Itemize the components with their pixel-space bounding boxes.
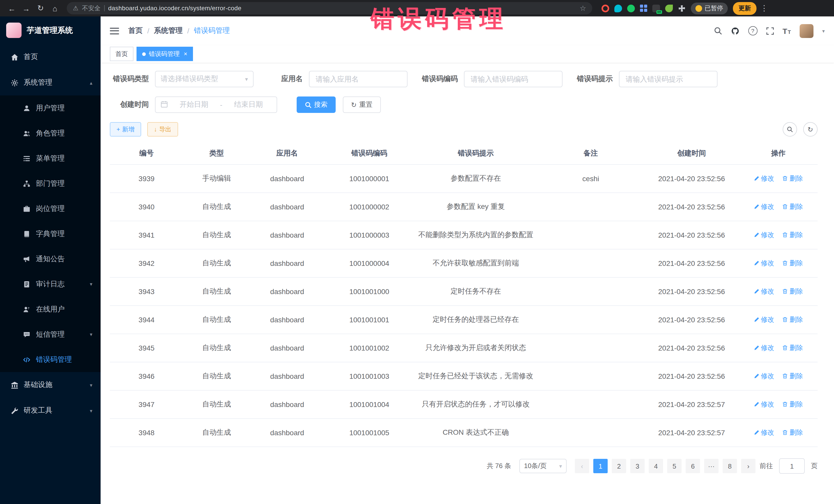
add-button[interactable]: + 新增 — [110, 122, 141, 136]
browser-menu-dots-icon[interactable]: ⋮ — [758, 2, 771, 15]
sidebar-item-menus[interactable]: 菜单管理 — [0, 146, 101, 171]
help-icon[interactable]: ? — [748, 26, 757, 36]
page-button-6[interactable]: 6 — [686, 459, 700, 473]
avatar[interactable] — [799, 24, 813, 38]
edit-link[interactable]: 修改 — [754, 174, 774, 183]
bookmark-star-icon[interactable]: ☆ — [580, 4, 586, 12]
close-icon[interactable]: × — [184, 50, 187, 58]
page-button-2[interactable]: 2 — [612, 459, 626, 473]
extension-teal-icon[interactable] — [614, 4, 622, 12]
sidebar-item-departments[interactable]: 部门管理 — [0, 171, 101, 196]
sidebar-item-dictionaries[interactable]: 字典管理 — [0, 221, 101, 246]
cell-remark — [537, 334, 644, 362]
tab-home[interactable]: 首页 — [110, 47, 133, 61]
date-range-picker[interactable]: 开始日期 - 结束日期 — [155, 96, 277, 113]
extension-green-icon[interactable] — [627, 4, 635, 12]
page-button-3[interactable]: 3 — [630, 459, 644, 473]
sidebar-item-sms[interactable]: 短信管理 ▾ — [0, 322, 101, 347]
sidebar-item-users[interactable]: 用户管理 — [0, 95, 101, 120]
extensions-puzzle-icon[interactable] — [678, 4, 686, 12]
fullscreen-icon[interactable] — [766, 27, 774, 35]
delete-link[interactable]: 删除 — [783, 174, 803, 183]
extension-red-icon[interactable] — [601, 4, 609, 12]
hamburger-icon[interactable] — [110, 27, 119, 34]
search-button[interactable]: 搜索 — [297, 96, 336, 113]
sidebar-item-roles[interactable]: 角色管理 — [0, 120, 101, 146]
sidebar-item-error-codes[interactable]: 错误码管理 — [0, 347, 101, 372]
delete-link[interactable]: 删除 — [783, 315, 803, 324]
error-code-input[interactable] — [469, 74, 557, 84]
page-button-5[interactable]: 5 — [667, 459, 682, 473]
sidebar-item-posts[interactable]: 岗位管理 — [0, 196, 101, 221]
sidebar-item-infrastructure[interactable]: 基础设施 ▾ — [0, 372, 101, 398]
app-name-input[interactable] — [314, 74, 402, 84]
delete-link[interactable]: 删除 — [783, 428, 803, 437]
delete-link[interactable]: 删除 — [783, 231, 803, 240]
delete-link[interactable]: 删除 — [783, 287, 803, 296]
breadcrumb-system[interactable]: 系统管理 — [154, 26, 183, 36]
edit-link[interactable]: 修改 — [754, 259, 774, 268]
end-date[interactable]: 结束日期 — [225, 100, 271, 109]
address-bar[interactable]: ⚠ 不安全 dashboard.yudao.iocoder.cn/system/… — [67, 2, 592, 14]
edit-link[interactable]: 修改 — [754, 428, 774, 437]
extension-leaf-icon[interactable] — [665, 4, 673, 12]
wrench-icon — [10, 407, 19, 415]
edit-link[interactable]: 修改 — [754, 372, 774, 381]
page-button-4[interactable]: 4 — [649, 459, 663, 473]
prev-page-button[interactable]: ‹ — [575, 459, 589, 473]
delete-link[interactable]: 删除 — [783, 400, 803, 409]
avatar-caret-icon[interactable]: ▾ — [822, 28, 825, 34]
reset-button[interactable]: ↻ 重置 — [343, 96, 381, 113]
sidebar-item-audit-logs[interactable]: 审计日志 ▾ — [0, 271, 101, 297]
next-page-button[interactable]: › — [741, 459, 755, 473]
edit-link[interactable]: 修改 — [754, 231, 774, 240]
update-button[interactable]: 更新 — [733, 2, 756, 15]
col-id: 编号 — [110, 143, 183, 165]
page-button-1[interactable]: 1 — [593, 459, 608, 473]
trash-icon — [783, 400, 788, 408]
system-submenu: 用户管理 角色管理 菜单管理 部门管理 岗位管理 — [0, 95, 101, 372]
extensions-area: on — [601, 4, 686, 12]
font-size-icon[interactable]: TT — [783, 26, 791, 35]
github-icon[interactable] — [730, 26, 739, 35]
delete-link[interactable]: 删除 — [783, 202, 803, 212]
page-ellipsis[interactable]: ··· — [704, 459, 719, 473]
error-type-select[interactable]: 请选择错误码类型 ▾ — [155, 71, 254, 87]
code-icon — [23, 355, 31, 364]
delete-link[interactable]: 删除 — [783, 343, 803, 353]
extension-adblock-icon[interactable]: on — [652, 4, 660, 12]
page-size-select[interactable]: 10条/页 ▾ — [520, 459, 567, 473]
extension-grid-icon[interactable] — [640, 5, 647, 12]
export-button[interactable]: ↓ 导出 — [147, 122, 178, 136]
reload-icon[interactable]: ↻ — [34, 2, 47, 15]
edit-link[interactable]: 修改 — [754, 202, 774, 212]
cell-message: 不允许获取敏感配置到前端 — [414, 249, 537, 278]
error-message-input[interactable] — [624, 74, 712, 84]
cell-type: 自动生成 — [183, 221, 250, 249]
sidebar-item-system[interactable]: 系统管理 ▴ — [0, 70, 101, 95]
page-button-8[interactable]: 8 — [723, 459, 737, 473]
delete-link[interactable]: 删除 — [783, 259, 803, 268]
refresh-table-button[interactable]: ↻ — [803, 122, 817, 136]
paused-badge[interactable]: 已暂停 — [691, 2, 728, 14]
forward-icon[interactable]: → — [20, 2, 33, 15]
toggle-search-button[interactable] — [783, 122, 797, 136]
back-icon[interactable]: ← — [5, 2, 19, 15]
edit-link[interactable]: 修改 — [754, 287, 774, 296]
sidebar-item-notices[interactable]: 通知公告 — [0, 246, 101, 271]
sidebar-item-online-users[interactable]: 在线用户 — [0, 297, 101, 322]
tab-error-code[interactable]: 错误码管理 × — [136, 47, 193, 61]
browser-home-icon[interactable]: ⌂ — [48, 2, 62, 15]
goto-page-input[interactable] — [779, 458, 805, 474]
sidebar-item-home[interactable]: 首页 — [0, 44, 101, 70]
sidebar-item-dev-tools[interactable]: 研发工具 ▾ — [0, 398, 101, 423]
search-icon[interactable] — [714, 27, 722, 35]
delete-link[interactable]: 删除 — [783, 372, 803, 381]
cell-actions: 修改 删除 — [739, 249, 817, 278]
breadcrumb-home[interactable]: 首页 — [128, 26, 143, 36]
start-date[interactable]: 开始日期 — [171, 100, 217, 109]
edit-link[interactable]: 修改 — [754, 400, 774, 409]
edit-link[interactable]: 修改 — [754, 315, 774, 324]
table-row: 3945 自动生成 dashboard 1001001002 只允许修改为开启或… — [110, 334, 817, 362]
edit-link[interactable]: 修改 — [754, 343, 774, 353]
